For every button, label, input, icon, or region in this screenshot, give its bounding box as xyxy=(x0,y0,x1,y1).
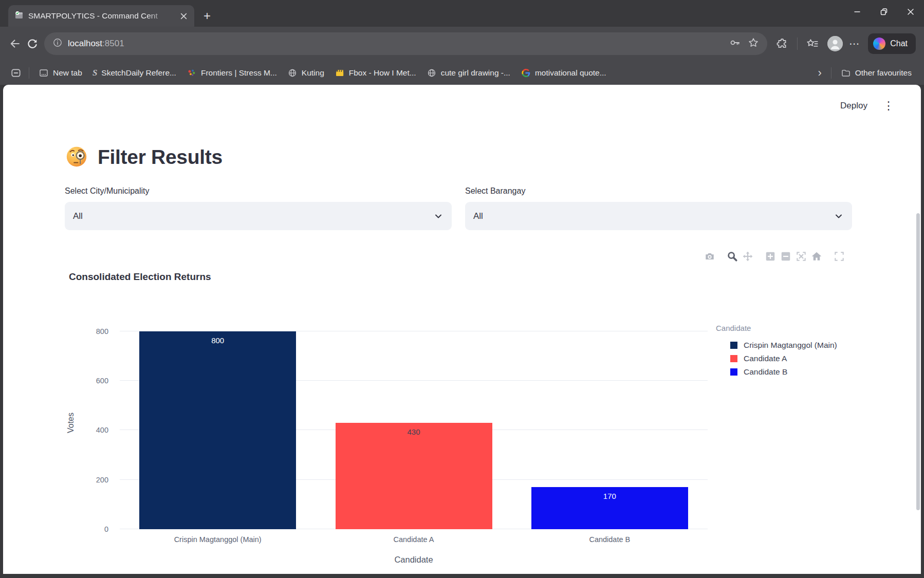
browser-window: SMARTPOLYTICS - Command Cent + xyxy=(0,0,924,578)
barangay-select[interactable]: All xyxy=(465,202,852,230)
filters-row: Select City/Municipality All Select Bara… xyxy=(65,187,852,230)
page-title-row: Filter Results xyxy=(65,144,852,170)
legend-item[interactable]: Crispin Magtanggol (Main) xyxy=(716,339,837,352)
globe-icon xyxy=(287,68,298,78)
google-g-icon xyxy=(521,68,531,78)
bookmark-kuting[interactable]: Kuting xyxy=(282,65,329,81)
bar: 800 xyxy=(139,331,296,529)
tab-favicon-icon xyxy=(14,10,24,22)
tab-strip: SMARTPOLYTICS - Command Cent + xyxy=(0,0,924,27)
copilot-chat-button[interactable]: Chat xyxy=(868,33,916,54)
zoom-icon[interactable] xyxy=(726,250,739,263)
chart-legend: Candidate Crispin Magtanggol (Main)Candi… xyxy=(716,324,837,379)
globe-icon xyxy=(427,68,437,78)
y-tick-label: 400 xyxy=(96,426,108,434)
bar-value-label: 430 xyxy=(336,423,492,436)
bar-value-label: 800 xyxy=(139,331,296,345)
profile-avatar[interactable] xyxy=(827,36,843,51)
bookmarks-overflow-icon[interactable]: › xyxy=(812,66,826,80)
chart-title: Consolidated Election Returns xyxy=(69,271,211,283)
favorite-star-icon[interactable] xyxy=(748,37,759,50)
reset-axes-icon[interactable] xyxy=(810,250,823,263)
extensions-icon[interactable] xyxy=(773,35,791,52)
refresh-icon[interactable] xyxy=(24,35,41,52)
legend-label: Candidate A xyxy=(744,354,787,363)
window-controls xyxy=(844,0,924,24)
bar: 170 xyxy=(531,487,688,529)
frontiers-dots-icon xyxy=(187,68,197,78)
bookmark-frontiers[interactable]: Frontiers | Stress M... xyxy=(181,65,282,81)
bookmark-sketchdaily[interactable]: S SketchDaily Refere... xyxy=(87,65,181,81)
y-ticks: 0200400600800 xyxy=(65,321,114,529)
copilot-icon xyxy=(873,38,885,50)
y-tick-label: 200 xyxy=(96,476,108,484)
legend-item[interactable]: Candidate B xyxy=(716,365,837,379)
x-ticks: Crispin Magtanggol (Main)Candidate ACand… xyxy=(120,535,708,546)
y-tick-label: 800 xyxy=(96,327,108,335)
legend-label: Crispin Magtanggol (Main) xyxy=(744,341,837,350)
legend-swatch xyxy=(730,355,737,362)
city-select-label: Select City/Municipality xyxy=(65,187,452,196)
settings-more-icon[interactable]: ⋯ xyxy=(849,38,860,50)
download-plot-icon[interactable] xyxy=(703,250,716,263)
bookmark-motivational-quote[interactable]: motivational quote... xyxy=(515,65,612,81)
y-tick-label: 600 xyxy=(96,377,108,385)
close-button[interactable] xyxy=(897,0,924,24)
chevron-down-icon xyxy=(834,211,844,221)
page-title: Filter Results xyxy=(98,146,223,169)
y-tick-label: 0 xyxy=(104,525,108,533)
bar-value-label: 170 xyxy=(531,487,688,500)
back-icon[interactable] xyxy=(6,35,24,52)
browser-toolbar: localhost:8501 ⋯ xyxy=(0,27,924,61)
chevron-down-icon xyxy=(433,211,443,221)
zoom-in-icon[interactable] xyxy=(764,250,777,263)
city-select[interactable]: All xyxy=(65,202,452,230)
other-favourites-button[interactable]: Other favourites xyxy=(836,65,917,81)
pan-icon[interactable] xyxy=(741,250,754,263)
toolbar-divider xyxy=(797,38,798,50)
page-scrollbar[interactable] xyxy=(916,213,920,510)
favorites-list-icon[interactable] xyxy=(804,35,821,52)
monocle-face-emoji-icon xyxy=(65,144,88,170)
app-menu-icon[interactable]: ⋮ xyxy=(883,100,894,111)
browser-tab[interactable]: SMARTPOLYTICS - Command Cent xyxy=(8,5,194,27)
sidebar-toggle-icon[interactable] xyxy=(7,64,25,82)
bookmarks-right: › Other favourites xyxy=(812,65,917,81)
clapperboard-icon xyxy=(335,68,345,78)
x-axis-title: Candidate xyxy=(120,555,708,565)
x-tick-label: Candidate A xyxy=(316,535,511,544)
tab-close-icon[interactable] xyxy=(178,10,189,22)
url-text[interactable]: localhost:8501 xyxy=(68,39,724,49)
legend-swatch xyxy=(730,368,737,376)
chart-block: Consolidated Election Returns Votes 0200… xyxy=(65,249,852,569)
password-key-icon[interactable] xyxy=(729,37,741,50)
app-page: Deploy ⋮ Fi xyxy=(3,85,921,574)
barangay-select-value: All xyxy=(473,211,483,221)
streamlit-header: Deploy ⋮ xyxy=(840,100,894,111)
zoom-out-icon[interactable] xyxy=(779,250,792,263)
legend-swatch xyxy=(730,342,737,349)
legend-title: Candidate xyxy=(716,324,837,332)
site-info-icon[interactable] xyxy=(52,38,63,50)
bookmark-new-tab[interactable]: New tab xyxy=(33,65,87,81)
restore-button[interactable] xyxy=(871,0,897,24)
newtab-window-icon xyxy=(39,68,49,78)
fullscreen-icon[interactable] xyxy=(833,250,846,263)
legend-item[interactable]: Candidate A xyxy=(716,352,837,365)
address-bar[interactable]: localhost:8501 xyxy=(44,32,767,55)
barangay-select-label: Select Barangay xyxy=(465,187,852,196)
city-select-value: All xyxy=(73,211,83,221)
legend-items: Crispin Magtanggol (Main)Candidate ACand… xyxy=(716,339,837,379)
deploy-button[interactable]: Deploy xyxy=(840,101,867,111)
autoscale-icon[interactable] xyxy=(794,250,808,263)
minimize-button[interactable] xyxy=(844,0,871,24)
new-tab-button[interactable]: + xyxy=(199,8,215,24)
bookmarks-divider xyxy=(29,67,29,79)
bookmark-cute-girl-drawing[interactable]: cute girl drawing -... xyxy=(421,65,515,81)
bookmark-fbox[interactable]: Fbox - How I Met... xyxy=(329,65,421,81)
plot-area[interactable]: 800430170 xyxy=(120,321,708,529)
filter-barangay: Select Barangay All xyxy=(465,187,852,230)
bookmarks-bar: New tab S SketchDaily Refere... Frontier… xyxy=(0,61,924,85)
main-content: Filter Results Select City/Municipality … xyxy=(65,144,852,569)
legend-label: Candidate B xyxy=(744,367,787,377)
